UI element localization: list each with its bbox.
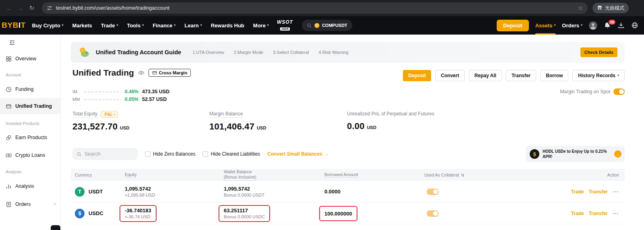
convert-small-balances-link[interactable]: Convert Small Balances → — [267, 151, 328, 157]
sidebar-collapse-icon[interactable] — [9, 39, 15, 47]
trade-link[interactable]: Trade — [571, 211, 584, 216]
nav-orders[interactable]: Orders▾ — [562, 16, 582, 35]
sidebar-item-overview[interactable]: Overview — [0, 54, 60, 64]
notifications-bell[interactable]: 29 — [604, 22, 611, 29]
sidebar-section-analysis: Analysis — [6, 169, 21, 174]
coins-icon — [6, 135, 12, 141]
nav-tools[interactable]: Tools▾ — [127, 16, 144, 35]
sidebar-item-orders[interactable]: Orders — [0, 199, 60, 209]
chevron-down-icon: ▾ — [62, 24, 64, 27]
margin-spot-toggle[interactable] — [613, 88, 625, 95]
checkbox[interactable] — [145, 151, 151, 157]
deposit-button[interactable]: Deposit — [403, 70, 431, 81]
sidebar-item-earn-products[interactable]: Earn Products — [0, 133, 60, 142]
guide-step[interactable]: 2.Margin Mode — [234, 50, 263, 55]
mm-row: MM 0.05% 52.57 USD — [72, 96, 167, 103]
sidebar-item-label: Overview — [15, 56, 36, 62]
repay-all-button[interactable]: Repay All — [469, 70, 502, 81]
sidebar-item-analysis[interactable]: Analysis — [0, 181, 60, 191]
col-borrowed-amount: Borrowed Amount — [324, 169, 358, 181]
collateral-toggle[interactable] — [427, 189, 439, 195]
incognito-badge: 无痕模式 — [592, 3, 629, 13]
sidebar-section-invested: Invested Products — [6, 121, 39, 126]
nav-more[interactable]: More▾ — [253, 16, 269, 35]
guide-step[interactable]: 3.Select Collateral — [273, 50, 309, 55]
transfer-link[interactable]: Transfer — [589, 211, 608, 216]
convert-button[interactable]: Convert — [435, 70, 464, 81]
bybit-logo[interactable]: BYBIT — [0, 21, 32, 30]
borrow-button[interactable]: Borrow — [540, 70, 568, 81]
incognito-icon — [597, 5, 603, 12]
back-button[interactable]: ← — [4, 3, 14, 13]
download-icon[interactable] — [617, 22, 625, 29]
collateral-toggle[interactable] — [427, 210, 439, 217]
total-equity-unit: USD — [120, 125, 129, 130]
sidebar-item-crypto-loans[interactable]: Crypto Loans — [0, 150, 60, 160]
incognito-label: 无痕模式 — [605, 5, 624, 12]
asset-search[interactable] — [72, 148, 138, 160]
more-actions-icon[interactable]: ··· — [613, 210, 619, 216]
nav-trade[interactable]: Trade▾ — [101, 16, 118, 35]
nav-search[interactable]: COMPUSDT — [302, 20, 352, 31]
guide-step[interactable]: 1.UTA Overview — [192, 50, 224, 55]
more-actions-icon[interactable]: ··· — [613, 189, 619, 195]
trade-link[interactable]: Trade — [571, 189, 584, 195]
sidebar: Overview Account Funding Unified Trading… — [0, 35, 61, 230]
nav-deposit-button[interactable]: Deposit — [497, 20, 529, 31]
margin-balance-value: 101,406.47 — [209, 121, 254, 132]
nav-assets[interactable]: Assets▾ — [535, 16, 556, 35]
sort-icon[interactable] — [460, 173, 465, 177]
card-icon — [152, 70, 157, 75]
nav-rewards-hub[interactable]: Rewards Hub — [211, 16, 244, 35]
unrealized-pnl-stat: Unrealized PnL of Perpetual and Futures … — [347, 111, 434, 131]
page-title: Unified Trading — [72, 68, 134, 78]
im-percent: 0.46% — [125, 89, 138, 94]
checkbox[interactable] — [202, 151, 208, 157]
mm-percent: 0.05% — [125, 97, 138, 102]
usde-promo-banner[interactable]: $ HODL USDe to Enjoy Up to 0.21% APR! → — [526, 146, 625, 162]
wsot-text: WSOT — [277, 20, 293, 25]
logo-text: T — [21, 21, 25, 29]
nav-learn[interactable]: Learn▾ — [184, 16, 202, 35]
currency-cell: $ USDC — [75, 203, 103, 224]
forward-button[interactable]: → — [15, 3, 26, 13]
nav-finance[interactable]: Finance▾ — [153, 16, 175, 35]
transfer-link[interactable]: Transfer — [589, 189, 608, 195]
bookmark-star-icon[interactable]: ☆ — [578, 5, 583, 11]
hide-zero-balances[interactable]: Hide Zero Balances — [145, 151, 195, 157]
currency-cell: T USDT — [75, 181, 103, 202]
sidebar-item-unified-trading[interactable]: Unified Trading — [0, 98, 60, 114]
chevron-down-icon: ▾ — [116, 24, 118, 27]
margin-balance-unit: USD — [257, 125, 266, 130]
site-info-icon[interactable] — [47, 5, 52, 11]
reload-button[interactable]: ↻ — [27, 3, 37, 13]
chevron-down-icon: ▾ — [554, 24, 555, 27]
equity-cell: 1,095.5742 ≈1,095.68 USD — [125, 181, 155, 202]
search-input[interactable] — [85, 151, 134, 157]
nav-markets[interactable]: Markets — [72, 16, 92, 35]
promo-arrow-button[interactable]: → — [614, 150, 621, 158]
annotation-box-equity: -36.740183 ≈-36.74 USD — [120, 205, 157, 222]
margin-mode-badge[interactable]: Cross Margin — [149, 69, 191, 77]
chevron-right-icon[interactable]: › — [54, 201, 56, 207]
clock-icon — [6, 86, 12, 92]
check-details-button[interactable]: Check Details — [580, 47, 617, 57]
eye-icon[interactable] — [138, 70, 144, 76]
profile-avatar[interactable] — [589, 21, 597, 30]
history-records-button[interactable]: History Records▾ — [572, 70, 625, 81]
hide-cleared-liabilities[interactable]: Hide Cleared Liabilities — [202, 151, 260, 157]
main-content: Unified Trading Account Guide 1.UTA Over… — [61, 35, 644, 230]
pnl-badge[interactable]: P&L › — [101, 111, 118, 118]
transfer-button[interactable]: Transfer — [506, 70, 536, 81]
language-globe-icon[interactable] — [631, 22, 638, 29]
bar-chart-icon — [6, 183, 12, 189]
wsot-2025-logo[interactable]: WSOT 2025 — [277, 20, 293, 31]
annotation-box-wallet: 63.251117 Bonus 0.0000 USDC — [219, 205, 270, 222]
floating-widget — [51, 225, 60, 230]
guide-step[interactable]: 4.Risk Warning — [318, 50, 348, 55]
sidebar-item-funding[interactable]: Funding — [0, 84, 60, 94]
address-bar[interactable]: testnet.bybit.com/user/assets/home/tradi… — [42, 2, 588, 14]
im-label: IM — [72, 89, 80, 94]
nav-buy-crypto[interactable]: Buy Crypto▾ — [32, 16, 64, 35]
col-wallet-balance: Wallet Balance (Bonus Inclusive) — [224, 169, 256, 181]
